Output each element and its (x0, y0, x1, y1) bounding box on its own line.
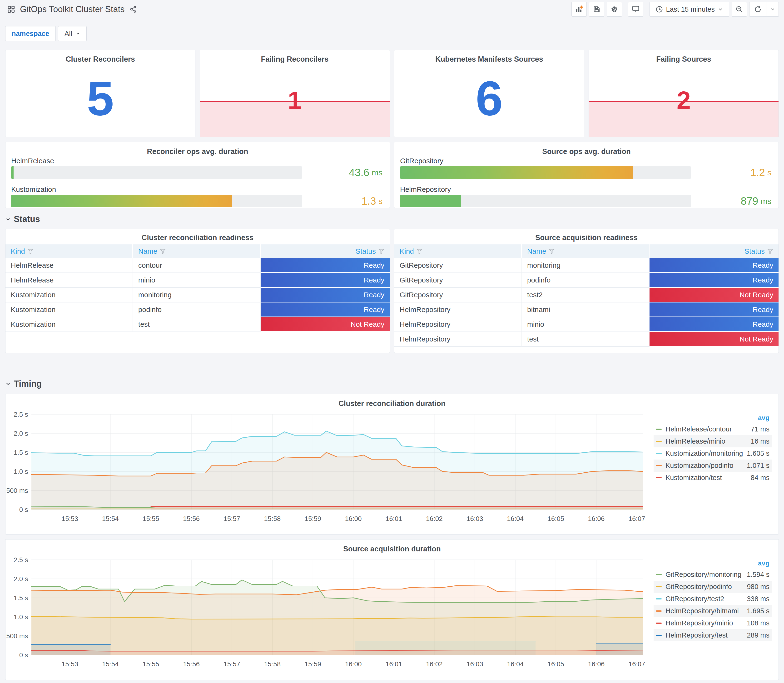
column-header-kind[interactable]: Kind (394, 244, 522, 258)
add-panel-button[interactable] (571, 2, 587, 17)
legend-series-name[interactable]: Kustomization/test (665, 474, 748, 482)
share-icon[interactable] (130, 5, 137, 13)
tv-icon (632, 5, 640, 13)
settings-button[interactable] (607, 2, 622, 17)
svg-text:16:00: 16:00 (345, 515, 362, 523)
legend-series-name[interactable]: HelmRepository/bitnami (665, 607, 744, 615)
apps-icon[interactable] (7, 5, 15, 13)
namespace-variable-value[interactable]: All (58, 26, 87, 41)
name-cell: podinfo (133, 303, 261, 317)
section-status[interactable]: Status (5, 214, 40, 224)
panel-title[interactable]: Cluster Reconcilers (5, 55, 195, 64)
name-cell: minio (522, 317, 649, 332)
column-header-status[interactable]: Status (261, 244, 390, 258)
legend-series-name[interactable]: HelmRelease/contour (665, 425, 748, 433)
legend-series-name[interactable]: GitRepository/monitoring (665, 571, 744, 579)
namespace-selected-value: All (64, 30, 72, 38)
refresh-icon (754, 5, 762, 13)
legend-item[interactable]: GitRepository/test2338 ms (654, 593, 772, 605)
svg-text:15:59: 15:59 (305, 515, 321, 523)
legend-item[interactable]: Kustomization/test84 ms (654, 472, 772, 484)
name-cell: test (133, 317, 261, 332)
legend-item[interactable]: Kustomization/monitoring1.605 s (654, 447, 772, 460)
panel-title[interactable]: Kubernetes Manifests Sources (394, 55, 584, 64)
legend-item[interactable]: Kustomization/podinfo1.071 s (654, 460, 772, 472)
svg-text:16:05: 16:05 (547, 661, 564, 668)
legend-item[interactable]: GitRepository/podinfo980 ms (654, 581, 772, 593)
refresh-button[interactable] (749, 2, 766, 17)
zoom-out-button[interactable] (732, 2, 747, 17)
status-badge: Ready (261, 303, 390, 317)
legend-series-name[interactable]: HelmRepository/test (665, 632, 744, 639)
legend-item[interactable]: HelmRelease/minio16 ms (654, 435, 772, 447)
legend-item[interactable]: HelmRepository/minio108 ms (654, 617, 772, 629)
stat-panel-kubernetes-manifests-sources: Kubernetes Manifests Sources 6 (394, 50, 584, 137)
chevron-down-icon (5, 216, 11, 222)
panel-title[interactable]: Reconciler ops avg. duration (5, 147, 390, 156)
legend-avg-value: 1.594 s (747, 571, 770, 579)
column-header-status[interactable]: Status (649, 244, 779, 258)
section-timing[interactable]: Timing (5, 379, 42, 389)
column-header-name[interactable]: Name (133, 244, 261, 258)
panel-title[interactable]: Failing Sources (589, 55, 779, 64)
gauge-fill (11, 166, 14, 179)
svg-text:15:59: 15:59 (305, 661, 321, 668)
svg-text:1.5 s: 1.5 s (14, 449, 28, 456)
svg-text:1.5 s: 1.5 s (14, 594, 28, 601)
panel-title[interactable]: Source acquisition readiness (394, 234, 779, 242)
legend-series-name[interactable]: HelmRelease/minio (665, 438, 748, 445)
panel-title[interactable]: Source acquisition duration (5, 545, 779, 553)
gauge-value: 1.3s (306, 195, 383, 207)
time-range-picker[interactable]: Last 15 minutes (649, 2, 729, 17)
filter-icon (27, 248, 34, 254)
legend-item[interactable]: HelmRelease/contour71 ms (654, 423, 772, 435)
table-row: HelmRepositorytestNot Ready (394, 332, 779, 347)
svg-text:16:06: 16:06 (588, 515, 604, 523)
legend-series-name[interactable]: GitRepository/podinfo (665, 583, 744, 591)
legend-avg-header: avg (654, 414, 772, 423)
legend-avg-value: 71 ms (751, 425, 770, 433)
bar-gauge-row: HelmRepository 879ms (400, 185, 771, 207)
kind-cell: Kustomization (5, 317, 133, 332)
svg-text:2.0 s: 2.0 s (14, 430, 28, 437)
svg-text:2.5 s: 2.5 s (14, 411, 28, 418)
legend-series-name[interactable]: HelmRepository/minio (665, 619, 744, 627)
legend-item[interactable]: GitRepository/monitoring1.594 s (654, 569, 772, 581)
svg-text:16:01: 16:01 (386, 661, 402, 668)
svg-text:16:04: 16:04 (507, 661, 524, 668)
gauge-value: 1.2s (695, 166, 771, 179)
legend-series-name[interactable]: Kustomization/monitoring (665, 449, 744, 457)
svg-text:15:55: 15:55 (143, 661, 159, 668)
status-badge: Not Ready (261, 317, 390, 332)
table-row: KustomizationmonitoringReady (5, 288, 390, 303)
stat-value: 1 (200, 87, 390, 114)
save-button[interactable] (589, 2, 604, 17)
filter-icon (160, 248, 166, 254)
refresh-split-button (749, 2, 779, 17)
column-header-kind[interactable]: Kind (5, 244, 133, 258)
panel-title[interactable]: Source ops avg. duration (394, 147, 779, 156)
gauge-track (11, 166, 302, 179)
add-panel-icon (575, 5, 583, 13)
cycle-view-button[interactable] (628, 2, 643, 17)
stat-value: 6 (394, 72, 584, 125)
legend-series-name[interactable]: GitRepository/test2 (665, 595, 744, 603)
clock-icon (656, 5, 663, 13)
svg-text:15:54: 15:54 (102, 661, 119, 668)
svg-text:16:07: 16:07 (628, 661, 645, 668)
legend-item[interactable]: HelmRepository/test289 ms (654, 629, 772, 641)
refresh-interval-dropdown[interactable] (766, 2, 779, 17)
table-row: HelmReleaseminioReady (5, 273, 390, 288)
filter-icon (378, 248, 385, 254)
panel-title[interactable]: Cluster reconciliation readiness (5, 234, 390, 242)
column-header-name[interactable]: Name (522, 244, 649, 258)
legend-series-name[interactable]: Kustomization/podinfo (665, 462, 744, 470)
panel-title[interactable]: Failing Reconcilers (200, 55, 390, 64)
svg-text:15:57: 15:57 (223, 661, 240, 668)
legend-avg-value: 289 ms (747, 632, 770, 639)
table-row: GitRepositorymonitoringReady (394, 258, 779, 273)
panel-title[interactable]: Cluster reconciliation duration (5, 399, 779, 408)
status-badge: Not Ready (649, 332, 779, 347)
svg-text:16:02: 16:02 (426, 515, 443, 523)
legend-item[interactable]: HelmRepository/bitnami1.695 s (654, 605, 772, 617)
